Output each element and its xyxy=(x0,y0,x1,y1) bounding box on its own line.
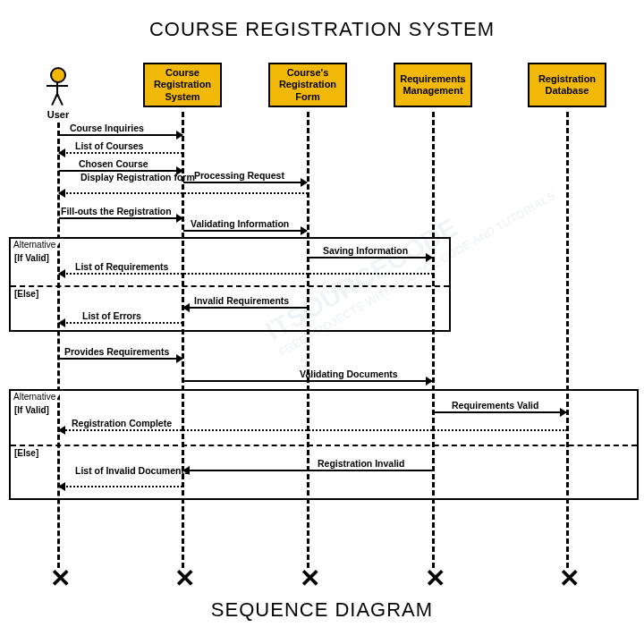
alt-guard-else: [Else] xyxy=(14,448,38,458)
msg-requirements-valid: Requirements Valid xyxy=(434,411,566,424)
msg-list-of-requirements: List of Requirements xyxy=(59,273,433,285)
alt-guard-else: [Else] xyxy=(14,289,38,299)
x-icon: ✕ xyxy=(50,564,71,593)
msg-registration-invalid: Registration Invalid xyxy=(183,470,432,482)
participant-form: Course's Registration Form xyxy=(268,63,347,107)
msg-registration-complete: Registration Complete xyxy=(59,429,567,442)
alt-fragment-2: Alternative [If Valid] [Else] xyxy=(9,389,639,500)
msg-provides-requirements: Provides Requirements xyxy=(59,358,182,370)
page-title: COURSE REGISTRATION SYSTEM xyxy=(0,0,644,41)
msg-invalid-requirements: Invalid Requirements xyxy=(183,307,307,319)
x-icon: ✕ xyxy=(300,564,320,593)
footer-title: SEQUENCE DIAGRAM xyxy=(0,598,644,622)
msg-display-registration-form: Display Registration form xyxy=(59,192,182,205)
actor-user: User xyxy=(45,67,72,120)
actor-icon xyxy=(45,67,72,107)
alt-label: Alternative xyxy=(9,389,63,402)
participant-database: Registration Database xyxy=(528,63,606,107)
alt-divider xyxy=(11,445,637,446)
actor-label: User xyxy=(45,109,72,120)
msg-saving-information: Saving Information xyxy=(309,257,432,269)
msg-list-of-errors: List of Errors xyxy=(59,322,182,335)
alt-label: Alternative xyxy=(9,237,63,250)
participant-requirements: Requirements Management xyxy=(394,63,472,107)
alt-divider xyxy=(11,285,449,287)
alt-guard-if-valid: [If Valid] xyxy=(14,253,49,263)
x-icon: ✕ xyxy=(559,564,580,593)
alt-guard-if-valid: [If Valid] xyxy=(14,405,49,415)
x-icon: ✕ xyxy=(425,564,445,593)
participant-system: Course Registration System xyxy=(143,63,222,107)
x-icon: ✕ xyxy=(174,564,195,593)
msg-list-of-invalid-documents: List of Invalid Documents xyxy=(59,486,182,498)
sequence-diagram: ITSOURCECODE FREE PROJECTS WITH SOURCE C… xyxy=(0,58,644,586)
msg-fillouts-registration: Fill-outs the Registration xyxy=(59,217,182,230)
